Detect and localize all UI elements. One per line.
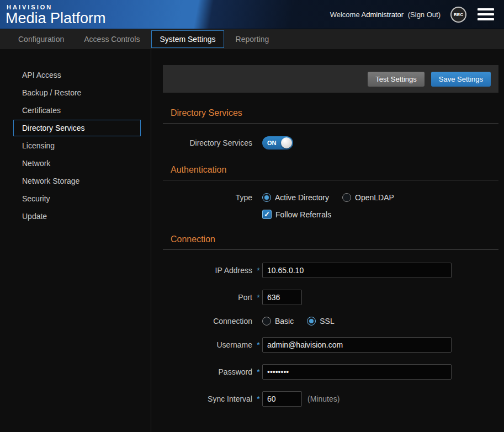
tab-system-settings[interactable]: System Settings [151,30,224,48]
sidebar-item-directory-services[interactable]: Directory Services [13,120,141,136]
tab-configuration[interactable]: Configuration [10,30,72,48]
test-settings-button[interactable]: Test Settings [368,72,424,87]
follow-referrals-label: Follow Referrals [275,210,331,219]
current-user: Administrator [362,10,404,19]
sync-interval-label: Sync Interval [163,394,252,403]
required-marker: * [254,394,262,403]
product-name: Media Platform [6,11,106,26]
port-row: Port * [163,290,498,305]
sidebar-item-network-storage[interactable]: Network Storage [13,173,141,189]
port-input[interactable] [262,290,302,305]
section-title-directory-services: Directory Services [171,108,498,118]
follow-referrals-checkbox[interactable]: ✓ [262,210,272,219]
port-label: Port [163,293,252,302]
tab-access-controls[interactable]: Access Controls [76,30,148,48]
ip-address-input[interactable] [262,263,452,278]
password-label: Password [163,367,252,376]
welcome-prefix: Welcome [330,10,360,19]
welcome-text: Welcome Administrator (Sign Out) [330,10,441,19]
directory-services-toggle[interactable]: ON [262,136,293,150]
settings-content: Test Settings Save Settings Directory Se… [151,49,504,432]
username-input[interactable] [262,337,452,353]
required-marker: * [254,367,262,376]
sync-interval-row: Sync Interval * (Minutes) [163,391,498,407]
section-divider [163,249,498,250]
radio-active-directory-label: Active Directory [275,193,329,202]
main-layout: API Access Backup / Restore Certificates… [0,49,504,432]
sidebar-item-licensing[interactable]: Licensing [13,137,141,154]
sync-interval-suffix: (Minutes) [307,394,339,403]
brand-logo: HAIVISION Media Platform [6,3,106,26]
ip-address-label: IP Address [163,266,252,275]
sidebar-item-api-access[interactable]: API Access [13,67,141,83]
password-input[interactable] [262,364,452,380]
radio-basic[interactable] [262,317,271,326]
radio-openldap[interactable] [342,193,351,202]
required-marker: * [254,266,262,275]
type-row: Type Active Directory OpenLDAP [163,193,498,202]
password-row: Password * [163,364,498,380]
rec-badge-label: REC [454,12,463,17]
directory-services-toggle-label: Directory Services [163,138,252,147]
sync-interval-input[interactable] [262,391,302,407]
settings-sidebar: API Access Backup / Restore Certificates… [0,49,151,432]
required-marker: * [254,340,262,349]
required-marker: * [254,293,262,302]
header-right: Welcome Administrator (Sign Out) REC [330,7,495,23]
sidebar-item-certificates[interactable]: Certificates [13,102,141,119]
username-row: Username * [163,337,498,353]
sidebar-item-security[interactable]: Security [13,190,141,207]
brand-name: HAIVISION [7,4,106,10]
hamburger-menu-icon[interactable] [476,7,495,22]
username-label: Username [163,340,252,349]
action-bar: Test Settings Save Settings [163,65,498,93]
section-divider [163,123,498,124]
follow-referrals-row: ✓ Follow Referrals [163,210,498,219]
directory-services-toggle-row: Directory Services ON [163,136,498,150]
sidebar-item-update[interactable]: Update [13,208,141,225]
toggle-knob [281,137,292,148]
app-header: HAIVISION Media Platform Welcome Adminis… [0,0,504,29]
type-label: Type [163,193,252,202]
ip-address-row: IP Address * [163,263,498,278]
toggle-state-label: ON [267,140,277,146]
rec-badge[interactable]: REC [450,7,466,23]
radio-ssl[interactable] [307,317,316,326]
main-nav: Configuration Access Controls System Set… [0,29,504,49]
connection-type-row: Connection Basic SSL [163,317,498,326]
radio-ssl-label: SSL [320,317,334,326]
sidebar-item-backup-restore[interactable]: Backup / Restore [13,84,141,101]
save-settings-button[interactable]: Save Settings [431,72,491,87]
sign-out-link[interactable]: (Sign Out) [408,10,441,19]
section-title-connection: Connection [171,234,498,244]
sidebar-item-network[interactable]: Network [13,155,141,172]
connection-type-label: Connection [163,317,252,326]
section-title-authentication: Authentication [171,165,498,175]
section-divider [163,180,498,180]
radio-active-directory[interactable] [262,193,271,202]
check-icon: ✓ [264,210,270,218]
radio-basic-label: Basic [275,317,294,326]
tab-reporting[interactable]: Reporting [227,30,278,48]
radio-openldap-label: OpenLDAP [355,193,394,202]
